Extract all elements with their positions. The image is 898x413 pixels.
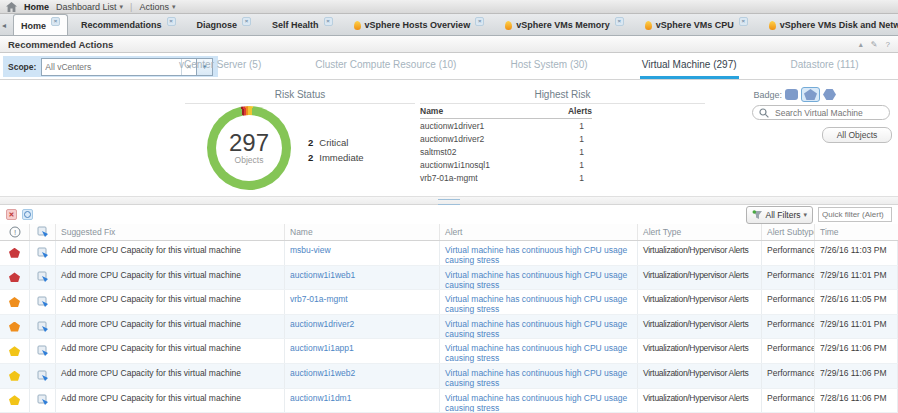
quick-filter-input[interactable] xyxy=(818,207,892,222)
home-icon[interactable] xyxy=(6,2,17,12)
vm-name-link[interactable]: auctionw1i1web2 xyxy=(290,368,355,378)
action-cell[interactable] xyxy=(30,315,56,339)
help-icon[interactable]: ? xyxy=(886,40,890,49)
vm-name-link[interactable]: auctionw1i1web1 xyxy=(290,270,355,280)
all-filters-button[interactable]: All Filters ▾ xyxy=(746,206,813,224)
dashboard-tab[interactable]: Self Health × xyxy=(264,14,341,35)
criticality-cell xyxy=(0,241,30,265)
tab-scroll-left-icon[interactable]: ◂ xyxy=(2,21,6,30)
all-objects-button[interactable]: All Objects xyxy=(822,127,892,143)
alert-row[interactable]: Add more CPU Capacity for this virtual m… xyxy=(0,266,898,291)
history-icon[interactable] xyxy=(22,209,33,220)
dashboard-tab[interactable]: Home × xyxy=(13,14,68,36)
object-type-tab[interactable]: Host System (30) xyxy=(508,53,589,79)
action-cell[interactable] xyxy=(30,364,56,388)
alert-link[interactable]: Virtual machine has continuous high CPU … xyxy=(445,343,632,363)
alert-row[interactable]: Add more CPU Capacity for this virtual m… xyxy=(0,315,898,340)
alert-row[interactable]: Add more CPU Capacity for this virtual m… xyxy=(0,339,898,364)
run-action-icon[interactable] xyxy=(37,370,49,382)
action-cell[interactable] xyxy=(30,389,56,413)
risk-object-name[interactable]: auctionw1driver2 xyxy=(420,134,550,144)
object-type-tab[interactable]: Cluster Compute Resource (10) xyxy=(313,53,458,79)
close-tab-icon[interactable]: × xyxy=(51,17,60,26)
run-action-icon[interactable] xyxy=(37,271,49,283)
object-type-tab[interactable]: Datastore (111) xyxy=(789,53,861,79)
close-tab-icon[interactable]: × xyxy=(739,17,748,26)
alert-row[interactable]: Add more CPU Capacity for this virtual m… xyxy=(0,389,898,413)
highest-risk-row[interactable]: auctionw1driver1 1 xyxy=(420,119,592,132)
run-action-icon[interactable] xyxy=(37,345,49,357)
highest-risk-row[interactable]: saltmst02 1 xyxy=(420,145,592,158)
dashboard-tab[interactable]: vSphere VMs CPU × xyxy=(637,14,756,35)
vm-name-link[interactable]: auctionw1i1app1 xyxy=(290,343,354,353)
alert-row[interactable]: Add more CPU Capacity for this virtual m… xyxy=(0,290,898,315)
alert-row[interactable]: Add more CPU Capacity for this virtual m… xyxy=(0,241,898,266)
dashboard-tab[interactable]: vSphere VMs Disk and Network × xyxy=(761,14,898,35)
vm-name-link[interactable]: auctionw1i1dm1 xyxy=(290,393,351,403)
alert-row[interactable]: Add more CPU Capacity for this virtual m… xyxy=(0,364,898,389)
alert-subtype-column-header[interactable]: Alert Subtype xyxy=(762,224,815,240)
action-cell[interactable] xyxy=(30,339,56,363)
collapse-icon[interactable]: ▴ xyxy=(859,40,863,49)
health-badge-icon[interactable] xyxy=(785,89,798,100)
close-tab-icon[interactable]: × xyxy=(475,17,484,26)
alert-link[interactable]: Virtual machine has continuous high CPU … xyxy=(445,319,632,339)
menu-home[interactable]: Home xyxy=(24,2,49,12)
vm-name-link[interactable]: msbu-view xyxy=(290,245,331,255)
alert-link[interactable]: Virtual machine has continuous high CPU … xyxy=(445,368,632,388)
alert-link[interactable]: Virtual machine has continuous high CPU … xyxy=(445,393,632,413)
efficiency-badge-icon[interactable] xyxy=(823,89,836,100)
action-column-header[interactable] xyxy=(30,224,56,240)
risk-object-name[interactable]: auctionw1driver1 xyxy=(420,121,550,131)
vm-name-link[interactable]: vrb7-01a-mgmt xyxy=(290,294,348,304)
dashboard-tab[interactable]: vSphere Hosts Overview × xyxy=(346,14,493,35)
dashboard-tab-label: Diagnose xyxy=(197,20,238,30)
object-type-tab[interactable]: Virtual Machine (297) xyxy=(640,53,739,79)
run-action-icon[interactable] xyxy=(37,247,49,259)
dashboard-tab[interactable]: vSphere VMs Memory × xyxy=(497,14,632,35)
alert-cell: Virtual machine has continuous high CPU … xyxy=(440,315,638,339)
edit-icon[interactable]: ✎ xyxy=(871,40,878,49)
close-tab-icon[interactable]: × xyxy=(242,17,251,26)
menu-dashboard-list[interactable]: Dashboard List ▾ xyxy=(56,2,123,12)
action-cell[interactable] xyxy=(30,241,56,265)
close-tab-icon[interactable]: × xyxy=(167,17,176,26)
risk-badge-selected[interactable] xyxy=(801,87,820,102)
run-action-icon[interactable] xyxy=(37,321,49,333)
alert-link[interactable]: Virtual machine has continuous high CPU … xyxy=(445,245,632,265)
dashboard-tab[interactable]: Diagnose × xyxy=(189,14,260,35)
dashboard-tab[interactable]: Recommendations × xyxy=(73,14,184,35)
alert-column-header[interactable]: Alert xyxy=(440,224,638,240)
search-box[interactable] xyxy=(752,105,890,120)
run-action-icon[interactable] xyxy=(37,296,49,308)
action-cell[interactable] xyxy=(30,290,56,314)
risk-object-name[interactable]: saltmst02 xyxy=(420,147,550,157)
alert-cell: Virtual machine has continuous high CPU … xyxy=(440,364,638,388)
vm-name-link[interactable]: auctionw1driver2 xyxy=(290,319,354,329)
splitter-handle-icon[interactable] xyxy=(438,199,460,205)
suggested-fix-column-header[interactable]: Suggested Fix xyxy=(56,224,285,240)
alert-link[interactable]: Virtual machine has continuous high CPU … xyxy=(445,294,632,314)
dashboard-tab-label: Recommendations xyxy=(81,20,162,30)
highest-risk-row[interactable]: auctionw1i1nosql1 1 xyxy=(420,158,592,171)
action-cell[interactable] xyxy=(30,266,56,290)
search-input[interactable] xyxy=(773,107,883,119)
name-column-header[interactable]: Name xyxy=(285,224,440,240)
cancel-action-icon[interactable]: ✕ xyxy=(6,209,17,220)
risk-object-name[interactable]: auctionw1i1nosql1 xyxy=(420,160,550,170)
alert-type-column-header[interactable]: Alert Type xyxy=(638,224,762,240)
close-tab-icon[interactable]: × xyxy=(615,17,624,26)
alert-link[interactable]: Virtual machine has continuous high CPU … xyxy=(445,270,632,290)
risk-object-name[interactable]: vrb7-01a-mgmt xyxy=(420,173,550,183)
scope-input[interactable] xyxy=(42,59,181,75)
highest-risk-row[interactable]: auctionw1driver2 1 xyxy=(420,132,592,145)
chevron-down-icon: ▾ xyxy=(120,3,124,11)
run-action-icon[interactable] xyxy=(37,394,49,406)
criticality-column-header[interactable]: ! xyxy=(0,224,30,240)
menu-actions[interactable]: Actions ▾ xyxy=(139,2,175,12)
highest-risk-row[interactable]: vrb7-01a-mgmt 1 xyxy=(420,171,592,184)
object-type-tab[interactable]: vCenter Server (5) xyxy=(177,53,263,79)
pane-splitter[interactable] xyxy=(0,196,898,205)
close-tab-icon[interactable]: × xyxy=(324,17,333,26)
time-column-header[interactable]: Time xyxy=(815,224,898,240)
